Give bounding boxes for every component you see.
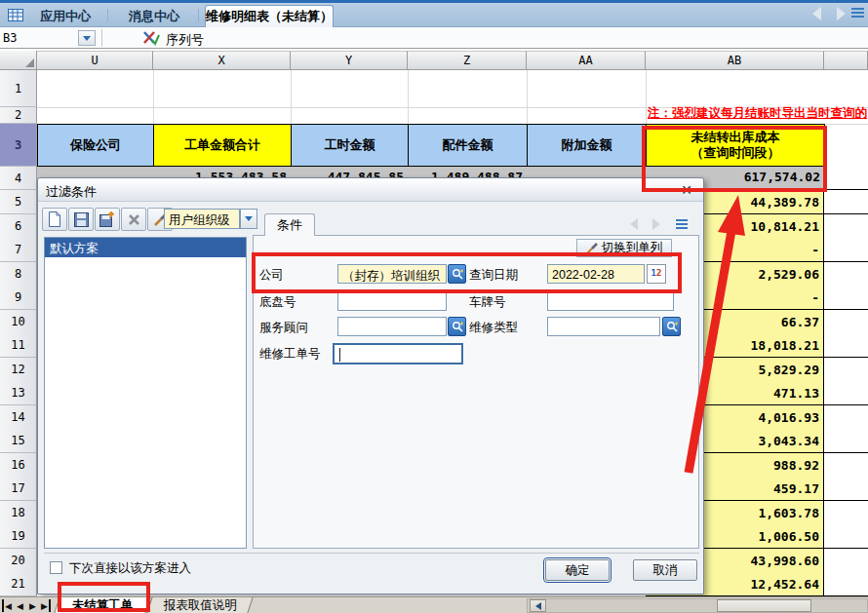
row-header-7[interactable]: 7 <box>0 238 37 262</box>
empty-cell[interactable] <box>824 286 868 310</box>
empty-cell[interactable] <box>824 524 868 549</box>
row-header-11[interactable]: 11 <box>0 333 37 358</box>
sheet-nav-last-icon[interactable]: ▶ <box>40 599 51 612</box>
header-cell-workorder-total[interactable]: 工单金额合计 <box>153 124 292 167</box>
column-header-X[interactable]: X <box>153 51 291 70</box>
row-header-16[interactable]: 16 <box>0 453 37 478</box>
header-cell-unsettled-cost[interactable]: 未结转出库成本（查询时间段） <box>646 124 825 167</box>
work-order-input[interactable] <box>333 343 463 364</box>
empty-cell[interactable] <box>824 381 868 405</box>
dialog-nav-right-icon[interactable] <box>652 218 660 230</box>
advisor-input[interactable] <box>337 317 447 336</box>
column-header-AA[interactable]: AA <box>527 51 646 70</box>
empty-cell[interactable] <box>824 238 868 262</box>
row-header-4[interactable]: 4 <box>0 167 37 190</box>
column-header-U[interactable]: U <box>37 51 153 70</box>
empty-cell[interactable] <box>824 405 868 430</box>
plate-input[interactable] <box>547 291 674 311</box>
empty-cell[interactable] <box>824 358 868 382</box>
save-as-scheme-button[interactable] <box>95 208 120 231</box>
column-header-AB[interactable]: AB <box>646 51 824 70</box>
dialog-nav-left-icon[interactable] <box>630 218 638 230</box>
query-date-input[interactable]: 2022-02-28 <box>547 264 645 284</box>
empty-cell[interactable] <box>824 167 868 190</box>
company-input[interactable]: （封存）培训组织 <box>337 264 447 284</box>
column-header-Z[interactable]: Z <box>408 51 527 70</box>
header-cell-labor-amount[interactable]: 工时金额 <box>291 124 409 167</box>
company-lookup-button[interactable] <box>448 264 466 284</box>
empty-cell[interactable] <box>824 333 868 358</box>
row-header-15[interactable]: 15 <box>0 429 37 453</box>
empty-cell[interactable] <box>824 572 868 596</box>
tab-repair-detail-report[interactable]: 维修明细表（未结算） <box>205 5 334 27</box>
row-header-12[interactable]: 12 <box>0 358 37 382</box>
sheet-nav-first-icon[interactable]: ◀ <box>2 599 13 612</box>
row-header-13[interactable]: 13 <box>0 381 37 405</box>
horizontal-scrollbar[interactable] <box>527 598 868 613</box>
row-header-8[interactable]: 8 <box>0 262 37 287</box>
name-box[interactable]: B3 <box>0 29 76 47</box>
repair-type-input[interactable] <box>547 317 660 336</box>
name-box-dropdown[interactable] <box>78 30 96 46</box>
empty-cell[interactable] <box>824 501 868 525</box>
new-scheme-button[interactable] <box>42 208 67 231</box>
sheet-tab-report-notes[interactable]: 报表取值说明 <box>146 597 253 613</box>
header-cell-insurance-company[interactable]: 保险公司 <box>37 124 154 167</box>
empty-cell[interactable] <box>824 429 868 453</box>
tab-scroll-left-icon[interactable] <box>812 7 821 20</box>
close-icon[interactable]: ✕ <box>678 181 695 199</box>
dialog-list-icon[interactable] <box>676 219 688 229</box>
row-header-18[interactable]: 18 <box>0 501 37 525</box>
column-header-Y[interactable]: Y <box>291 51 408 70</box>
cancel-button[interactable]: 取消 <box>633 559 697 581</box>
tab-conditions[interactable]: 条件 <box>264 213 315 236</box>
scheme-list[interactable]: 默认方案 <box>44 237 247 549</box>
row-header-9[interactable]: 9 <box>0 286 37 310</box>
row-header-14[interactable]: 14 <box>0 405 37 430</box>
sheet-nav-next-icon[interactable]: ▶ <box>27 599 38 612</box>
tab-list-icon[interactable] <box>851 8 864 19</box>
advisor-lookup-button[interactable] <box>448 317 466 336</box>
date-picker-button[interactable]: 12 <box>647 264 666 284</box>
scrollbar-thumb[interactable] <box>717 599 811 612</box>
chassis-input[interactable] <box>337 291 447 311</box>
header-cell-parts-amount[interactable]: 配件金额 <box>408 124 528 167</box>
empty-cell[interactable] <box>824 262 868 287</box>
row-header-6[interactable]: 6 <box>0 214 37 239</box>
empty-cell[interactable] <box>824 453 868 478</box>
scheme-scope-combo[interactable]: 用户组织级 <box>164 209 240 229</box>
sheet-tab-unsettled-workorders[interactable]: 未结算工单 <box>54 597 150 613</box>
empty-cell[interactable] <box>824 477 868 501</box>
empty-cell[interactable] <box>824 310 868 334</box>
row-header-21[interactable]: 21 <box>0 572 37 596</box>
enter-with-scheme-checkbox[interactable] <box>50 561 62 574</box>
row-header-3[interactable]: 3 <box>0 124 37 167</box>
tab-app-center[interactable]: 应用中心 <box>27 5 103 27</box>
row-header-20[interactable]: 20 <box>0 549 37 573</box>
delete-scheme-button[interactable] <box>121 208 146 231</box>
sheet-nav-prev-icon[interactable]: ◀ <box>15 599 25 612</box>
row-header-1[interactable]: 1 <box>0 70 37 107</box>
column-header-blank[interactable] <box>824 51 868 70</box>
empty-cell[interactable] <box>824 190 868 214</box>
company-label: 公司 <box>259 267 284 284</box>
tab-scroll-right-icon[interactable] <box>837 7 846 20</box>
row-header-5[interactable]: 5 <box>0 190 37 214</box>
empty-cell[interactable] <box>824 214 868 239</box>
scheme-item-default[interactable]: 默认方案 <box>45 238 246 257</box>
row-header-19[interactable]: 19 <box>0 524 37 549</box>
sheet-corner-cell[interactable] <box>0 51 37 70</box>
formula-icon[interactable] <box>142 30 160 46</box>
empty-cell[interactable] <box>824 549 868 573</box>
scrollbar-left-icon[interactable] <box>530 599 546 612</box>
row-header-17[interactable]: 17 <box>0 477 37 501</box>
row-header-10[interactable]: 10 <box>0 310 37 334</box>
header-cell-extra-amount[interactable]: 附加金额 <box>527 124 647 167</box>
ok-button[interactable]: 确定 <box>545 559 610 581</box>
combo-dropdown-icon[interactable] <box>240 209 257 229</box>
save-scheme-button[interactable] <box>68 208 94 231</box>
tab-message-center[interactable]: 消息中心 <box>115 5 193 27</box>
switch-to-single-column-button[interactable]: 切换到单列 <box>576 239 672 257</box>
repair-type-lookup-button[interactable] <box>662 317 681 336</box>
row-header-2[interactable]: 2 <box>0 107 37 124</box>
